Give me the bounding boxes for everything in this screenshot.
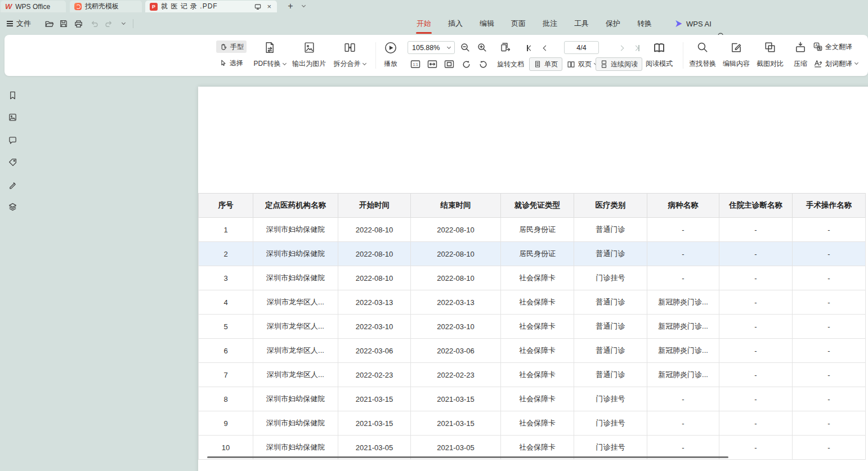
menu-tab-comment[interactable]: 批注: [543, 12, 557, 35]
wps-ai-button[interactable]: WPS AI: [674, 12, 712, 35]
tab-docer-templates[interactable]: 找稻壳模板: [70, 1, 142, 12]
compress-button[interactable]: 压缩: [787, 39, 814, 73]
rotate-right-button[interactable]: [476, 57, 490, 71]
table-row: 4深圳市龙华区人...2022-03-132022-03-13社会保障卡普通门诊…: [199, 290, 866, 315]
hand-tool-button[interactable]: 手型: [216, 41, 247, 53]
zoom-chevron-icon: [447, 44, 451, 48]
document-status-icon[interactable]: [254, 3, 262, 11]
read-mode-button[interactable]: 阅读模式: [639, 39, 679, 73]
goto-page-icon: [500, 42, 511, 53]
table-cell: -: [793, 363, 866, 387]
table-cell: 2022-08-10: [411, 242, 501, 266]
tab-document-pdf[interactable]: P 就 医 记 录 .PDF ×: [145, 1, 277, 12]
tab-list-chevron-icon[interactable]: [298, 0, 308, 12]
single-page-button[interactable]: 单页: [529, 57, 562, 71]
table-cell: 2022-03-13: [411, 290, 501, 315]
table-cell: 深圳市龙华区人...: [253, 339, 338, 363]
table-cell: 2021-03-15: [411, 411, 501, 436]
window-tabbar: W WPS Office 找稻壳模板 P 就 医 记 录 .PDF × +: [0, 0, 868, 12]
table-cell: 门诊挂号: [574, 266, 647, 290]
table-cell: 深圳市龙华区人...: [253, 290, 338, 315]
table-cell: 普通门诊: [574, 218, 647, 242]
save-button[interactable]: [57, 17, 70, 30]
continuous-read-button[interactable]: 连续阅读: [596, 57, 642, 71]
play-icon: [384, 41, 397, 55]
screenshot-compare-button[interactable]: 截图对比: [752, 39, 788, 73]
annotation-panel-button[interactable]: [5, 177, 20, 192]
double-page-label: 双页: [578, 60, 592, 69]
record-table: 序号定点医药机构名称开始时间结束时间就诊凭证类型医疗类别病种名称住院主诊断名称手…: [198, 193, 866, 460]
table-cell: -: [647, 266, 719, 290]
table-cell: 普通门诊: [574, 315, 647, 339]
menu-tab-insert[interactable]: 插入: [448, 12, 463, 35]
goto-page-button[interactable]: [499, 41, 512, 54]
print-button[interactable]: [72, 17, 84, 30]
word-translate-button[interactable]: 划词翻译: [811, 57, 861, 70]
menu-tab-home[interactable]: 开始: [417, 12, 431, 35]
next-page-button[interactable]: [615, 41, 627, 55]
edit-content-button[interactable]: 编辑内容: [718, 39, 754, 73]
comments-panel-button[interactable]: [5, 132, 20, 148]
table-row: 3深圳市妇幼保健院2022-08-102022-08-10社会保障卡门诊挂号--…: [199, 266, 866, 290]
hand-icon: [219, 43, 227, 51]
compress-label: 压缩: [794, 59, 807, 69]
undo-redo-chevron-icon[interactable]: [117, 17, 129, 30]
layers-panel-button[interactable]: [5, 199, 20, 214]
tab-label: WPS Office: [15, 3, 50, 11]
compress-icon: [794, 41, 807, 53]
page-number-input[interactable]: 4/4: [564, 41, 599, 54]
hand-tool-label: 手型: [230, 42, 244, 52]
pdf-convert-button[interactable]: PDF转换: [249, 39, 290, 73]
pen-icon: [8, 180, 17, 190]
table-cell: -: [793, 218, 866, 242]
menu-tab-protect[interactable]: 保护: [606, 12, 620, 35]
menu-tab-page[interactable]: 页面: [511, 12, 526, 35]
menu-tab-convert[interactable]: 转换: [637, 12, 652, 35]
new-tab-button[interactable]: +: [285, 0, 296, 12]
table-cell: 2022-03-10: [411, 315, 501, 339]
split-merge-icon: [343, 41, 356, 54]
thumbnails-panel-button[interactable]: [5, 109, 20, 125]
fit-page-button[interactable]: [442, 57, 456, 71]
open-file-button[interactable]: [43, 17, 55, 30]
table-cell: 居民身份证: [501, 242, 574, 266]
previous-page-button[interactable]: [539, 41, 552, 55]
first-page-button[interactable]: [524, 41, 536, 55]
redo-button[interactable]: [102, 17, 115, 30]
file-menu-button[interactable]: 文件: [7, 12, 31, 35]
table-cell: 2022-02-23: [411, 363, 501, 387]
zoom-select[interactable]: 105.88%: [408, 41, 455, 54]
fit-width-button[interactable]: [426, 57, 439, 71]
split-merge-button[interactable]: 拆分合并: [329, 39, 370, 73]
export-image-label: 输出为图片: [292, 59, 326, 69]
attachments-panel-button[interactable]: [5, 154, 20, 170]
docer-icon: [74, 3, 82, 10]
tab-close-icon[interactable]: ×: [266, 2, 272, 11]
menu-tab-tools[interactable]: 工具: [574, 12, 589, 35]
zoom-in-button[interactable]: [475, 41, 489, 54]
column-header: 住院主诊断名称: [719, 194, 793, 218]
tab-wps-office[interactable]: W WPS Office: [1, 1, 66, 12]
table-cell: 8: [199, 387, 253, 411]
find-replace-button[interactable]: 查找替换: [684, 39, 721, 73]
export-image-button[interactable]: 输出为图片: [287, 39, 332, 73]
table-cell: -: [647, 218, 719, 242]
full-translate-button[interactable]: A 全文翻译: [811, 41, 855, 53]
menu-tab-edit[interactable]: 编辑: [480, 12, 494, 35]
zoom-out-button[interactable]: [458, 41, 472, 54]
document-canvas[interactable]: 序号定点医药机构名称开始时间结束时间就诊凭证类型医疗类别病种名称住院主诊断名称手…: [25, 76, 868, 471]
rotate-left-button[interactable]: [459, 57, 473, 71]
menubar: 文件: [0, 12, 868, 35]
column-header: 开始时间: [338, 194, 411, 218]
actual-size-button[interactable]: 1:1: [409, 57, 422, 71]
play-button[interactable]: 播放: [378, 39, 403, 73]
word-translate-icon: [813, 59, 822, 68]
actual-size-text: 1:1: [413, 62, 418, 66]
column-header: 结束时间: [411, 194, 501, 218]
rotate-document-button[interactable]: 旋转文档: [493, 57, 528, 71]
horizontal-scrollbar[interactable]: [207, 456, 728, 458]
zoom-in-icon: [477, 42, 487, 53]
bookmarks-panel-button[interactable]: [5, 87, 20, 103]
select-tool-button[interactable]: 选择: [216, 57, 247, 69]
undo-button[interactable]: [88, 17, 100, 30]
